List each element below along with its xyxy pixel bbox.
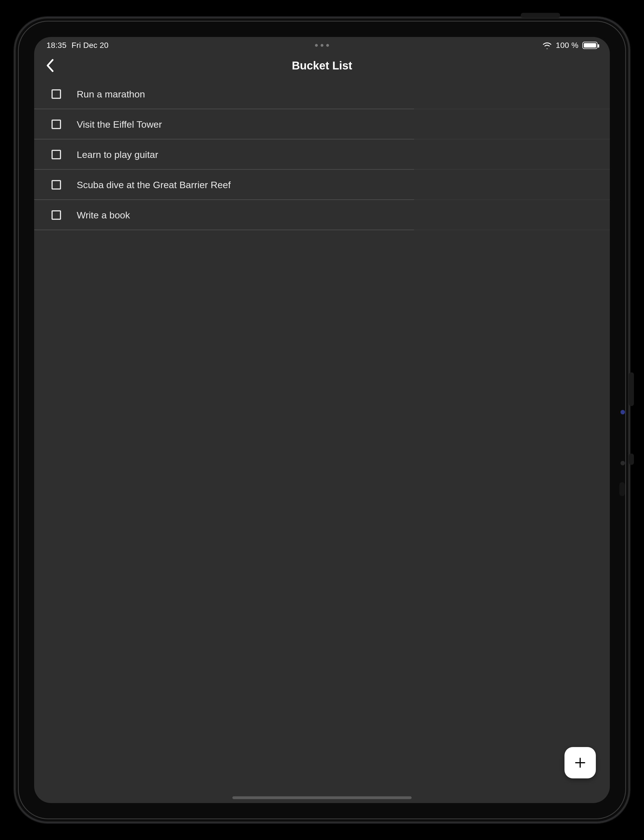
chevron-left-icon bbox=[46, 59, 55, 72]
checkbox[interactable] bbox=[51, 180, 61, 189]
plus-icon bbox=[574, 756, 586, 769]
device-side-indicator bbox=[621, 461, 625, 465]
list-item-label: Learn to play guitar bbox=[77, 149, 158, 160]
bucket-list: Run a marathon Visit the Eiffel Tower Le… bbox=[34, 79, 610, 230]
list-item[interactable]: Run a marathon bbox=[34, 79, 610, 109]
device-volume-down bbox=[629, 454, 634, 465]
list-item-label: Scuba dive at the Great Barrier Reef bbox=[77, 179, 231, 191]
device-volume-up bbox=[629, 372, 634, 406]
device-frame: 18:35 Fri Dec 20 100 % bbox=[14, 17, 630, 823]
list-item-label: Run a marathon bbox=[77, 89, 145, 100]
list-item-label: Write a book bbox=[77, 210, 130, 221]
back-button[interactable] bbox=[42, 57, 59, 74]
screen: 18:35 Fri Dec 20 100 % bbox=[34, 37, 610, 803]
device-side-indicator bbox=[619, 482, 625, 496]
device-side-indicator bbox=[621, 410, 625, 414]
checkbox[interactable] bbox=[51, 150, 61, 159]
list-item[interactable]: Write a book bbox=[34, 200, 610, 230]
checkbox[interactable] bbox=[51, 210, 61, 220]
wifi-icon bbox=[542, 42, 552, 49]
divider bbox=[34, 230, 610, 230]
device-power-button bbox=[521, 13, 560, 18]
battery-icon bbox=[582, 42, 598, 49]
checkbox[interactable] bbox=[51, 120, 61, 129]
list-item[interactable]: Learn to play guitar bbox=[34, 140, 610, 170]
list-item[interactable]: Visit the Eiffel Tower bbox=[34, 109, 610, 140]
home-indicator[interactable] bbox=[232, 796, 412, 799]
nav-bar: Bucket List bbox=[34, 54, 610, 77]
status-bar: 18:35 Fri Dec 20 100 % bbox=[34, 37, 610, 54]
status-date: Fri Dec 20 bbox=[72, 41, 108, 50]
page-title: Bucket List bbox=[292, 59, 352, 72]
list-item-label: Visit the Eiffel Tower bbox=[77, 119, 162, 130]
list-item[interactable]: Scuba dive at the Great Barrier Reef bbox=[34, 170, 610, 200]
status-battery-text: 100 % bbox=[556, 41, 578, 50]
status-time: 18:35 bbox=[46, 41, 67, 50]
multitask-dots-icon[interactable] bbox=[315, 44, 329, 47]
checkbox[interactable] bbox=[51, 89, 61, 99]
add-item-fab[interactable] bbox=[565, 747, 596, 778]
